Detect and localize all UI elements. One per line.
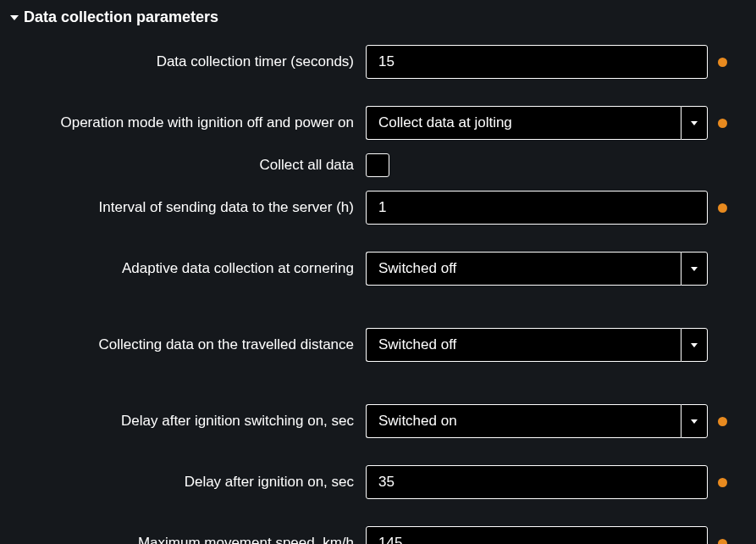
input-timer[interactable] xyxy=(366,45,708,79)
chevron-down-icon xyxy=(691,121,698,125)
label-delay-after: Delay after ignition on, sec xyxy=(0,474,366,491)
indicator-dot-icon xyxy=(718,119,727,128)
chevron-down-icon xyxy=(691,419,698,424)
label-collect-all: Collect all data xyxy=(0,157,366,174)
row-adaptive: Adaptive data collection at cornering Sw… xyxy=(0,231,756,292)
row-travelled-distance: Collecting data on the travelled distanc… xyxy=(0,292,756,369)
row-timer: Data collection timer (seconds) xyxy=(0,38,756,86)
indicator-dot-icon xyxy=(718,203,727,213)
chevron-down-icon xyxy=(691,267,698,271)
label-interval: Interval of sending data to the server (… xyxy=(0,199,366,216)
label-operation-mode: Operation mode with ignition off and pow… xyxy=(0,114,366,131)
label-delay-switching: Delay after ignition switching on, sec xyxy=(0,413,366,430)
label-timer: Data collection timer (seconds) xyxy=(0,53,366,70)
row-delay-switching: Delay after ignition switching on, sec S… xyxy=(0,369,756,445)
indicator-dot-icon xyxy=(718,539,727,545)
indicator-dot-icon xyxy=(718,417,727,426)
select-delay-switching[interactable]: Switched on xyxy=(366,404,708,438)
caret-down-icon xyxy=(10,15,19,20)
select-operation-mode[interactable]: Collect data at jolting xyxy=(366,106,708,140)
select-toggle-delay-switching[interactable] xyxy=(681,404,708,438)
select-value-operation-mode: Collect data at jolting xyxy=(366,106,681,140)
select-toggle-operation-mode[interactable] xyxy=(681,106,708,140)
section-title: Data collection parameters xyxy=(24,8,218,26)
indicator-dot-icon xyxy=(718,478,727,487)
indicator-dot-icon xyxy=(718,58,727,67)
input-delay-after[interactable] xyxy=(366,465,708,499)
select-value-delay-switching: Switched on xyxy=(366,404,681,438)
select-travelled-distance[interactable]: Switched off xyxy=(366,328,708,362)
label-max-speed: Maximum movement speed, km/h xyxy=(0,535,366,544)
select-adaptive[interactable]: Switched off xyxy=(366,252,708,286)
select-value-travelled-distance: Switched off xyxy=(366,328,681,362)
row-max-speed: Maximum movement speed, km/h xyxy=(0,506,756,544)
select-toggle-travelled-distance[interactable] xyxy=(681,328,708,362)
select-toggle-adaptive[interactable] xyxy=(681,252,708,286)
section-header[interactable]: Data collection parameters xyxy=(0,7,756,38)
row-operation-mode: Operation mode with ignition off and pow… xyxy=(0,86,756,147)
row-interval: Interval of sending data to the server (… xyxy=(0,184,756,231)
label-travelled-distance: Collecting data on the travelled distanc… xyxy=(0,336,366,353)
label-adaptive: Adaptive data collection at cornering xyxy=(0,260,366,277)
chevron-down-icon xyxy=(691,343,698,347)
input-max-speed[interactable] xyxy=(366,526,708,544)
checkbox-collect-all[interactable] xyxy=(366,153,389,177)
row-delay-after: Delay after ignition on, sec xyxy=(0,445,756,506)
input-interval[interactable] xyxy=(366,191,708,225)
select-value-adaptive: Switched off xyxy=(366,252,681,286)
row-collect-all: Collect all data xyxy=(0,147,756,184)
